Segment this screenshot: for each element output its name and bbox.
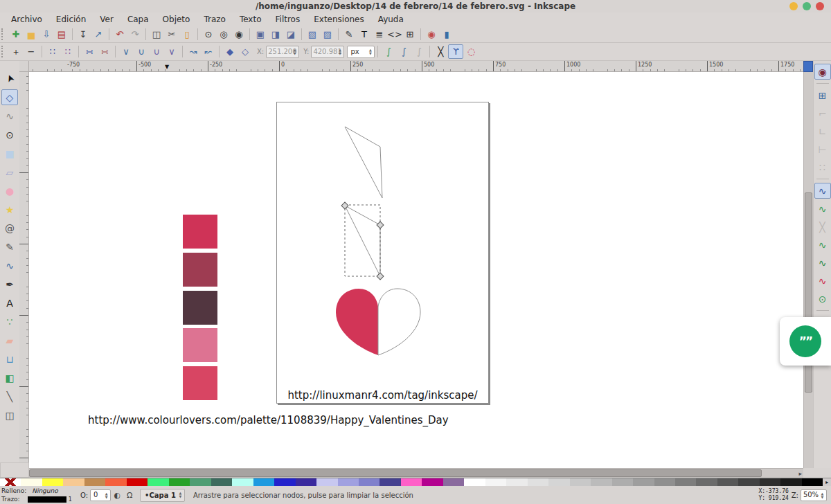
snap-midpoints-icon[interactable]: ∿ — [814, 273, 831, 289]
palette-color[interactable] — [359, 478, 379, 486]
selected-triangle-shape[interactable] — [345, 206, 380, 276]
palette-color[interactable] — [42, 478, 63, 486]
snap-paths-icon[interactable]: ∿ — [814, 201, 831, 217]
palette-color[interactable] — [127, 478, 148, 486]
snap-smooth-nodes-icon[interactable]: ∿ — [814, 255, 831, 271]
smooth-node-icon[interactable]: ∪ — [134, 44, 149, 59]
horizontal-scrollbar-thumb[interactable] — [29, 469, 762, 477]
stroke-to-path-icon[interactable]: ◇ — [238, 44, 253, 59]
line-to-curve-icon[interactable]: ↝ — [186, 44, 201, 59]
layer-selector[interactable]: •Capa 1 ▲▼ — [140, 489, 185, 502]
fill-stroke-indicator[interactable]: Relleno: Ninguno Trazo: 1 — [0, 486, 78, 504]
palette-color[interactable] — [696, 478, 717, 486]
snap-cusp-nodes-icon[interactable]: ∿ — [814, 237, 831, 253]
print-icon[interactable]: ▤ — [54, 27, 69, 42]
menu-ayuda[interactable]: Ayuda — [371, 13, 411, 26]
palette-color[interactable] — [675, 478, 696, 486]
palette-color[interactable] — [401, 478, 422, 486]
layer-lock-toggle-icon[interactable]: Ω — [123, 491, 136, 500]
eraser-tool[interactable]: ▰ — [1, 332, 18, 348]
snap-object-centers-icon[interactable]: ⊙ — [814, 291, 831, 307]
node-handle[interactable] — [377, 222, 384, 228]
palette-color[interactable] — [338, 478, 359, 486]
unit-select[interactable]: px▲▼ — [347, 46, 375, 58]
hangouts-icon[interactable]: ”” — [789, 325, 821, 357]
zoom-spinner[interactable]: ▲▼ — [819, 491, 825, 501]
edit-clip-path-icon[interactable]: ∫ — [396, 44, 411, 59]
delete-segment-icon[interactable]: ∺ — [97, 44, 112, 59]
palette-color[interactable] — [464, 478, 485, 486]
page-caption-text[interactable]: http://linuxmanr4.com/tag/inkscape/ — [276, 389, 489, 402]
redo-icon[interactable]: ↷ — [127, 27, 143, 42]
palette-color[interactable] — [148, 478, 168, 486]
palette-color[interactable] — [105, 478, 126, 486]
palette-color[interactable] — [63, 478, 84, 486]
scroll-right-arrow-icon[interactable]: ▸ — [798, 469, 802, 478]
break-path-icon[interactable]: ∷ — [45, 44, 60, 59]
align-dialog-icon[interactable]: ⊞ — [402, 27, 418, 42]
minimize-button[interactable] — [789, 2, 798, 10]
palette-caption-text[interactable]: http://www.colourlovers.com/palette/1108… — [88, 414, 449, 426]
x-field[interactable]: 251.200▲▼ — [266, 46, 299, 58]
symmetric-node-icon[interactable]: ∪ — [149, 44, 164, 59]
palette-color[interactable] — [717, 478, 738, 486]
zoom-field[interactable]: 50%▲▼ — [801, 489, 827, 501]
extension-blue-icon[interactable]: ▮ — [439, 27, 454, 42]
menu-filtros[interactable]: Filtros — [269, 13, 307, 26]
node-tool[interactable]: ◇ — [1, 89, 18, 105]
color-swatch-object[interactable] — [183, 328, 217, 362]
palette-color[interactable] — [548, 478, 569, 486]
palette-color[interactable] — [190, 478, 211, 486]
node-handle[interactable] — [377, 273, 384, 280]
color-swatch-object[interactable] — [183, 253, 217, 287]
palette-color[interactable] — [296, 478, 316, 486]
heart-right-half[interactable] — [378, 289, 420, 355]
spray-tool[interactable]: ∵ — [1, 314, 18, 330]
menu-archivo[interactable]: Archivo — [4, 13, 49, 26]
palette-color[interactable] — [169, 478, 190, 486]
auto-node-icon[interactable]: ∨ — [164, 44, 179, 59]
heart-left-half[interactable] — [336, 289, 378, 355]
next-path-effect-icon[interactable]: ∫ — [381, 44, 396, 59]
layer-visibility-toggle-icon[interactable]: ◐ — [111, 491, 123, 500]
snap-bbox-edges-icon[interactable]: ⌐ — [814, 105, 831, 121]
star-tool[interactable]: ★ — [1, 201, 18, 217]
show-path-outline-icon[interactable]: ◌ — [463, 44, 479, 59]
zoom-selection-icon[interactable]: ⊙ — [201, 27, 216, 42]
palette-color[interactable] — [422, 478, 443, 486]
palette-color[interactable] — [379, 478, 400, 486]
stroke-color-swatch[interactable] — [28, 496, 66, 503]
layer-spinner[interactable]: ▲▼ — [177, 490, 184, 500]
palette-color[interactable] — [570, 478, 591, 486]
xml-editor-icon[interactable]: <> — [387, 27, 402, 42]
spiral-tool[interactable]: @ — [1, 220, 18, 236]
snap-bbox-icon[interactable]: ⊞ — [814, 87, 831, 103]
connector-tool[interactable]: ◫ — [1, 407, 18, 423]
join-path-icon[interactable]: ∷ — [60, 44, 75, 59]
show-bezier-handles-icon[interactable]: ϒ — [448, 44, 463, 59]
snap-intersections-icon[interactable]: ╳ — [814, 219, 831, 235]
bezier-pen-tool[interactable]: ∿ — [1, 258, 18, 273]
color-swatch-object[interactable] — [183, 366, 217, 400]
zoom-tool[interactable]: ⊙ — [1, 127, 18, 143]
menu-objeto[interactable]: Objeto — [156, 13, 197, 26]
y-field[interactable]: 420.981▲▼ — [311, 46, 344, 58]
open-folder-icon[interactable]: ▅ — [24, 27, 39, 42]
undo-icon[interactable]: ↶ — [112, 27, 127, 42]
edit-mask-group-icon[interactable]: ▨ — [320, 27, 335, 42]
text-tool[interactable]: A — [1, 295, 18, 311]
dropper-tool[interactable]: ╲ — [1, 388, 18, 404]
snap-nodes-icon[interactable]: ∿ — [814, 183, 831, 199]
toolbar-grip[interactable] — [1, 28, 6, 39]
import-icon[interactable]: ↧ — [75, 27, 91, 42]
palette-color[interactable] — [591, 478, 611, 486]
color-swatch-object[interactable] — [183, 291, 217, 325]
box3d-tool[interactable]: ▱ — [1, 164, 18, 180]
rectangle-tool[interactable]: ■ — [1, 145, 18, 161]
horizontal-scrollbar[interactable]: ▸ — [29, 468, 803, 478]
color-swatch-object[interactable] — [183, 215, 217, 249]
selector-tool[interactable]: ➤ — [0, 68, 20, 89]
maximize-button[interactable] — [803, 2, 811, 10]
edit-mask-icon[interactable]: ∫ — [411, 44, 427, 59]
zoom-page-icon[interactable]: ◉ — [231, 27, 247, 42]
